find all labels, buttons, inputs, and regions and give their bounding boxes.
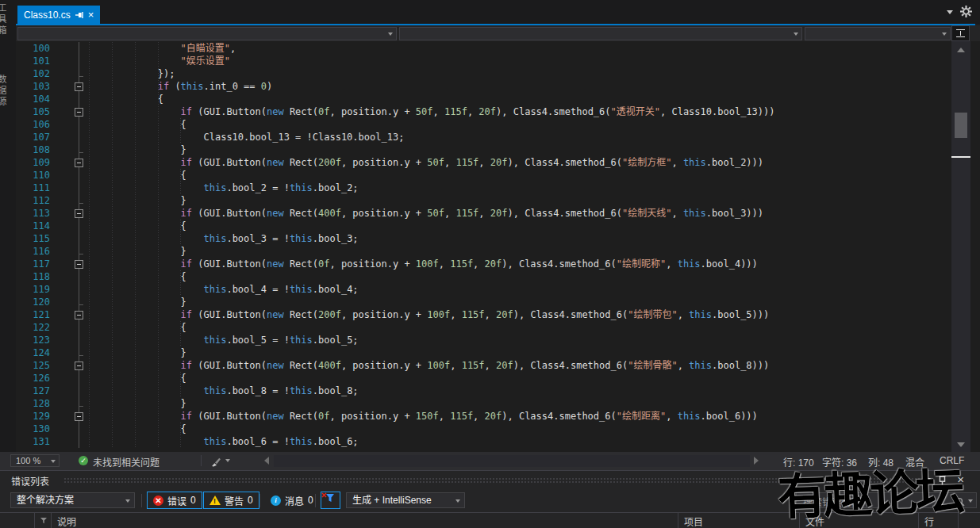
- scroll-right-icon[interactable]: [754, 457, 759, 465]
- warnings-label: 警告: [225, 494, 244, 507]
- code-line[interactable]: 127 this.bool_8 = !this.bool_8;: [16, 385, 951, 397]
- sidebar-item-toolbox[interactable]: 工具箱: [0, 3, 8, 36]
- panel-title: 错误列表: [11, 474, 49, 488]
- line-number: 119: [16, 283, 50, 296]
- scroll-down-icon[interactable]: [957, 442, 965, 447]
- messages-count: 0: [308, 495, 313, 506]
- fold-collapse-icon[interactable]: [74, 258, 85, 270]
- scroll-up-icon[interactable]: [957, 48, 965, 52]
- close-icon[interactable]: ×: [88, 10, 94, 20]
- code-line[interactable]: 114 {: [16, 220, 951, 232]
- code-line[interactable]: 103 if (this.int_0 == 0): [16, 80, 951, 93]
- outline-guide: [74, 131, 85, 143]
- outline-guide: [74, 67, 85, 80]
- errors-filter-button[interactable]: ✕ 错误 0: [147, 492, 202, 509]
- code-line[interactable]: 113 if (GUI.Button(new Rect(400f, positi…: [16, 207, 951, 220]
- code-line[interactable]: 120 }: [16, 296, 951, 308]
- horizontal-scrollbar[interactable]: [274, 455, 750, 467]
- fold-collapse-icon[interactable]: [74, 105, 85, 118]
- code-line[interactable]: 121 if (GUI.Button(new Rect(200f, positi…: [16, 308, 951, 321]
- split-window-button[interactable]: [951, 25, 970, 41]
- fold-collapse-icon[interactable]: [74, 156, 85, 169]
- code-text: if (GUI.Button(new Rect(400f, position.y…: [89, 207, 763, 220]
- code-line[interactable]: 126 {: [16, 372, 951, 385]
- code-line[interactable]: 100 "自瞄设置",: [16, 42, 951, 55]
- watermark: 有趣论坛: [777, 463, 963, 526]
- outline-guide: [74, 194, 85, 207]
- sidebar-item-datasources[interactable]: 数据源: [0, 75, 8, 108]
- editor-navigation-bar: [16, 25, 980, 41]
- fold-collapse-icon[interactable]: [74, 207, 85, 220]
- scrollbar-thumb[interactable]: [955, 113, 967, 138]
- outline-guide: [74, 346, 85, 359]
- code-text: {: [89, 423, 186, 435]
- code-text: this.bool_5 = !this.bool_5;: [89, 334, 359, 346]
- member-dropdown[interactable]: [805, 27, 951, 40]
- fold-collapse-icon[interactable]: [74, 410, 85, 423]
- code-text: this.bool_3 = !this.bool_3;: [89, 232, 359, 245]
- code-line[interactable]: 112 }: [16, 194, 951, 207]
- health-check-icon[interactable]: ✓: [79, 456, 88, 465]
- code-text: }: [89, 346, 186, 359]
- divider: [259, 494, 260, 507]
- code-line[interactable]: 117 if (GUI.Button(new Rect(0f, position…: [16, 258, 951, 270]
- vertical-scrollbar[interactable]: [951, 41, 970, 452]
- line-number: 116: [16, 245, 50, 258]
- code-line[interactable]: 129 if (GUI.Button(new Rect(0f, position…: [16, 410, 951, 423]
- code-line[interactable]: 116 }: [16, 245, 951, 258]
- tab-class10[interactable]: Class10.cs ×: [17, 6, 100, 24]
- provider-dropdown[interactable]: 生成 + IntelliSense: [346, 492, 465, 508]
- clear-filters-button[interactable]: [321, 492, 340, 509]
- code-line[interactable]: 122 {: [16, 321, 951, 334]
- zoom-level-value: 100 %: [16, 456, 40, 465]
- line-number: 102: [16, 67, 50, 80]
- chevron-down-icon[interactable]: [968, 499, 973, 503]
- project-dropdown[interactable]: [17, 27, 397, 40]
- code-line[interactable]: 119 this.bool_4 = !this.bool_4;: [16, 283, 951, 296]
- fold-collapse-icon[interactable]: [74, 80, 85, 93]
- code-line[interactable]: 128 }: [16, 397, 951, 410]
- code-line[interactable]: 109 if (GUI.Button(new Rect(200f, positi…: [16, 156, 951, 169]
- code-line[interactable]: 102 });: [16, 67, 951, 80]
- type-dropdown[interactable]: [399, 27, 802, 40]
- gear-icon[interactable]: [960, 6, 972, 21]
- column-severity[interactable]: [0, 513, 35, 528]
- window-list-chevron-icon[interactable]: [947, 10, 953, 14]
- outline-guide: [74, 143, 85, 156]
- outline-guide: [74, 42, 85, 55]
- line-number: 103: [16, 80, 50, 93]
- messages-filter-button[interactable]: i 消息 0: [265, 492, 319, 509]
- code-line[interactable]: 115 this.bool_3 = !this.bool_3;: [16, 232, 951, 245]
- code-line[interactable]: 108 }: [16, 143, 951, 156]
- code-line[interactable]: 107 Class10.bool_13 = !Class10.bool_13;: [16, 131, 951, 143]
- code-line[interactable]: 105 if (GUI.Button(new Rect(0f, position…: [16, 105, 951, 118]
- code-line[interactable]: 123 this.bool_5 = !this.bool_5;: [16, 334, 951, 346]
- code-editor[interactable]: 100 "自瞄设置",101 "娱乐设置"102 });103 if (this…: [16, 41, 951, 452]
- column-suppression[interactable]: [35, 513, 52, 528]
- scope-dropdown[interactable]: 整个解决方案: [10, 492, 135, 508]
- line-number: 123: [16, 334, 50, 346]
- outline-guide: [74, 55, 85, 67]
- code-cleanup-broom-icon[interactable]: [211, 456, 221, 470]
- code-line[interactable]: 101 "娱乐设置": [16, 55, 951, 67]
- zoom-level-dropdown[interactable]: 100 %: [10, 454, 60, 467]
- scroll-left-icon[interactable]: [264, 457, 269, 465]
- code-line[interactable]: 118 {: [16, 270, 951, 283]
- code-line[interactable]: 106 {: [16, 118, 951, 131]
- warnings-filter-button[interactable]: ! 警告 0: [203, 492, 259, 509]
- code-line[interactable]: 124 }: [16, 346, 951, 359]
- chevron-down-icon: [125, 499, 130, 503]
- code-line[interactable]: 125 if (GUI.Button(new Rect(400f, positi…: [16, 359, 951, 372]
- code-line[interactable]: 131 this.bool_6 = !this.bool_6;: [16, 435, 951, 448]
- fold-collapse-icon[interactable]: [74, 359, 85, 372]
- divider: [201, 455, 202, 466]
- code-line[interactable]: 110 {: [16, 169, 951, 182]
- pin-icon[interactable]: [75, 11, 83, 19]
- chevron-down-icon[interactable]: [225, 459, 230, 462]
- column-description[interactable]: 说明: [52, 513, 678, 528]
- code-line[interactable]: 104 {: [16, 93, 951, 105]
- fold-collapse-icon[interactable]: [74, 308, 85, 321]
- scope-value: 整个解决方案: [17, 495, 74, 506]
- code-line[interactable]: 130 {: [16, 423, 951, 435]
- code-line[interactable]: 111 this.bool_2 = !this.bool_2;: [16, 182, 951, 194]
